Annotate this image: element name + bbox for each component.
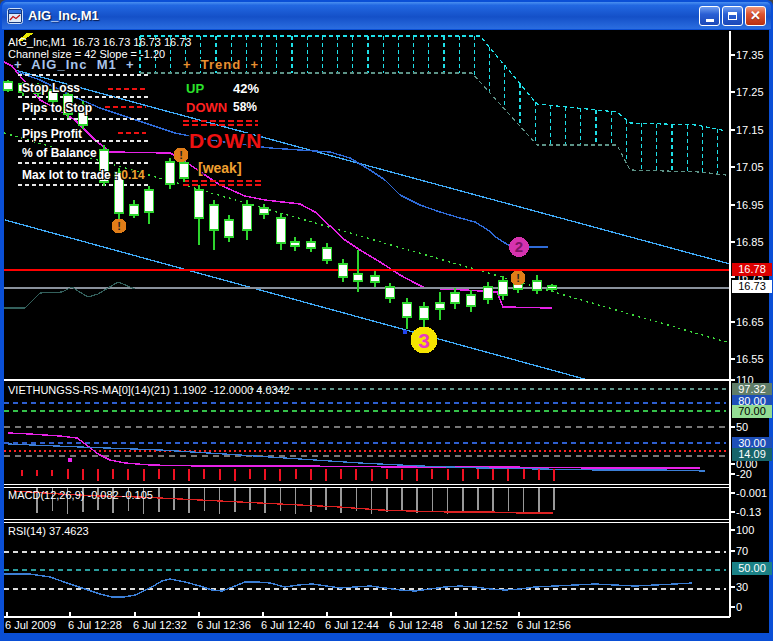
macd-pane-label: MACD(12,26,9) -0.082 -0.105 xyxy=(8,489,153,501)
row-max-lot: Max lot to trade : 0.14 xyxy=(22,168,145,182)
svg-text:3: 3 xyxy=(418,329,430,352)
rsi-level-badge: 50.00 xyxy=(732,562,772,575)
rsi-level-label: 30 xyxy=(736,581,748,593)
time-label: 6 Jul 12:44 xyxy=(325,619,379,631)
mt4-chart-window: !!!23 AIG_Inc,M1 ✕ AIG_Inc,M1 16.73 16.7… xyxy=(0,0,773,641)
maximize-button[interactable] xyxy=(722,6,743,26)
row-pips-to-stop: Pips to Stop xyxy=(22,101,92,115)
svg-text:!: ! xyxy=(516,272,520,284)
rsi-pane-label: RSI(14) 37.4623 xyxy=(8,525,89,537)
down-label: DOWN xyxy=(186,100,227,115)
time-label: 6 Jul 12:48 xyxy=(389,619,443,631)
svg-text:!: ! xyxy=(117,220,121,232)
svg-text:2: 2 xyxy=(515,238,523,255)
time-label: 6 Jul 12:36 xyxy=(197,619,251,631)
trend-strength: [weak] xyxy=(198,160,242,176)
rsi-axis: 1007050.00300 xyxy=(731,0,773,641)
max-lot-value: 0.14 xyxy=(121,168,144,182)
rsi-level-label: 0 xyxy=(736,601,742,613)
symbol-header: + AIG_Inc M1 + xyxy=(14,57,135,72)
maximize-icon xyxy=(728,12,737,20)
ohlc-info-line: AIG_Inc,M1 16.73 16.73 16.73 16.73 xyxy=(8,36,191,48)
row-stop-loss: Stop Loss xyxy=(22,81,80,95)
up-percent: 42% xyxy=(233,81,259,96)
time-label: 6 Jul 12:52 xyxy=(454,619,508,631)
main-chart-canvas[interactable]: !!!23 xyxy=(0,0,773,641)
time-label: 6 Jul 12:28 xyxy=(68,619,122,631)
trend-signal: DOWN xyxy=(189,129,264,153)
title-bar[interactable]: AIG_Inc,M1 ✕ xyxy=(2,2,771,29)
window-title: AIG_Inc,M1 xyxy=(28,8,699,23)
rsi-level-label: 100 xyxy=(736,524,754,536)
svg-text:!: ! xyxy=(179,149,183,161)
close-icon: ✕ xyxy=(750,9,761,22)
close-button[interactable]: ✕ xyxy=(745,6,766,26)
minimize-icon xyxy=(706,19,714,22)
down-percent: 58% xyxy=(233,100,257,114)
viethung-pane-label: VIETHUNGSS-RS-MA[0](14)(21) 1.1902 -12.0… xyxy=(8,384,290,396)
time-label: 6 Jul 12:56 xyxy=(517,619,571,631)
time-axis: 6 Jul 20096 Jul 12:286 Jul 12:326 Jul 12… xyxy=(0,619,773,635)
trend-header: + Trend + xyxy=(183,57,259,72)
app-chart-icon xyxy=(7,8,23,24)
time-label: 6 Jul 12:32 xyxy=(133,619,187,631)
rsi-level-label: 70 xyxy=(736,545,748,557)
row-pips-profit: Pips Profit xyxy=(22,127,82,141)
time-label: 6 Jul 12:40 xyxy=(261,619,315,631)
up-label: UP xyxy=(186,81,204,96)
row-pct-balance: % of Balance xyxy=(22,146,97,160)
minimize-button[interactable] xyxy=(699,6,720,26)
time-label: 6 Jul 2009 xyxy=(5,619,56,631)
